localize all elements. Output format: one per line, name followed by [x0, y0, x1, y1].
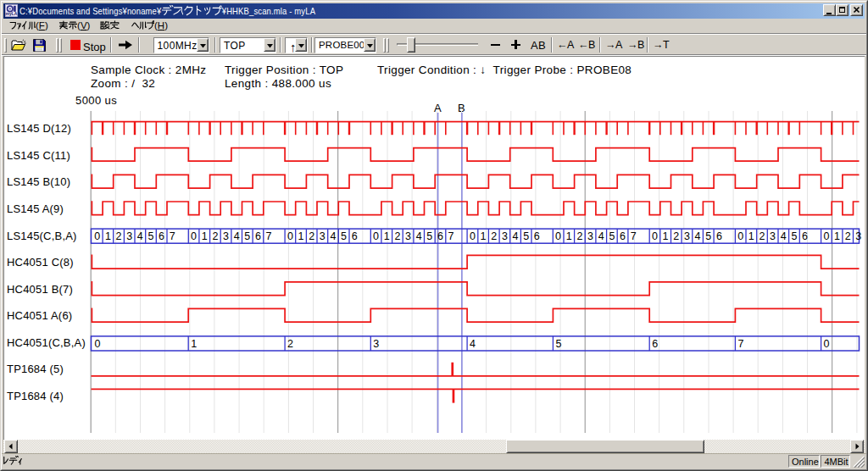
svg-text:2: 2	[116, 230, 122, 242]
svg-text:6: 6	[255, 230, 261, 242]
svg-text:6: 6	[159, 230, 164, 242]
svg-text:0: 0	[555, 230, 561, 242]
svg-text:1: 1	[202, 230, 208, 242]
svg-text:1: 1	[105, 230, 111, 242]
svg-text:3: 3	[405, 230, 411, 242]
svg-text:1: 1	[663, 230, 669, 242]
svg-text:7: 7	[448, 230, 454, 242]
svg-text:1: 1	[748, 230, 754, 242]
svg-text:4: 4	[137, 230, 143, 242]
svg-text:4: 4	[416, 230, 422, 242]
svg-text:5: 5	[705, 230, 711, 242]
svg-text:5: 5	[523, 230, 529, 242]
svg-text:6: 6	[352, 230, 358, 242]
svg-text:4: 4	[331, 230, 337, 242]
svg-text:7: 7	[266, 230, 272, 242]
svg-text:1: 1	[566, 230, 572, 242]
svg-text:2: 2	[212, 230, 218, 242]
svg-text:6: 6	[802, 230, 808, 242]
svg-text:2: 2	[491, 230, 497, 242]
svg-text:2: 2	[309, 230, 314, 242]
svg-text:6: 6	[620, 230, 626, 242]
svg-text:4: 4	[598, 230, 604, 242]
svg-text:0: 0	[373, 230, 379, 242]
svg-text:3: 3	[320, 230, 326, 242]
svg-text:0: 0	[823, 230, 829, 242]
svg-text:2: 2	[394, 230, 400, 242]
svg-text:3: 3	[502, 230, 508, 242]
svg-text:0: 0	[824, 338, 830, 350]
svg-text:0: 0	[652, 230, 658, 242]
svg-text:7: 7	[737, 338, 743, 350]
svg-text:3: 3	[223, 230, 229, 242]
svg-text:0: 0	[191, 230, 197, 242]
svg-text:0: 0	[287, 230, 293, 242]
svg-text:5: 5	[791, 230, 797, 242]
svg-text:2: 2	[673, 230, 679, 242]
svg-text:7: 7	[631, 230, 637, 242]
svg-text:6: 6	[652, 338, 658, 350]
svg-text:5: 5	[244, 230, 250, 242]
svg-text:7: 7	[170, 230, 175, 242]
svg-text:0: 0	[94, 230, 100, 242]
svg-text:1: 1	[384, 230, 390, 242]
svg-text:4: 4	[513, 230, 519, 242]
svg-text:5: 5	[609, 230, 615, 242]
svg-text:3: 3	[373, 338, 379, 350]
svg-text:1: 1	[298, 230, 304, 242]
svg-text:3: 3	[855, 230, 861, 242]
svg-text:5: 5	[341, 230, 347, 242]
svg-text:1: 1	[834, 230, 840, 242]
svg-text:5: 5	[555, 338, 561, 350]
svg-text:2: 2	[760, 230, 765, 242]
svg-text:5: 5	[426, 230, 432, 242]
svg-text:4: 4	[695, 230, 701, 242]
svg-text:4: 4	[781, 230, 787, 242]
svg-text:4: 4	[470, 338, 476, 350]
svg-text:3: 3	[126, 230, 132, 242]
svg-text:2: 2	[576, 230, 582, 242]
svg-text:6: 6	[437, 230, 443, 242]
svg-text:4: 4	[234, 230, 240, 242]
svg-text:6: 6	[534, 230, 540, 242]
svg-text:0: 0	[94, 338, 100, 350]
svg-text:6: 6	[716, 230, 722, 242]
svg-text:2: 2	[287, 338, 293, 350]
svg-text:3: 3	[587, 230, 593, 242]
svg-text:0: 0	[737, 230, 743, 242]
svg-text:0: 0	[470, 230, 476, 242]
svg-text:1: 1	[191, 338, 197, 350]
svg-text:5: 5	[148, 230, 154, 242]
svg-text:2: 2	[845, 230, 851, 242]
svg-text:1: 1	[481, 230, 487, 242]
svg-text:3: 3	[684, 230, 690, 242]
svg-text:3: 3	[770, 230, 776, 242]
